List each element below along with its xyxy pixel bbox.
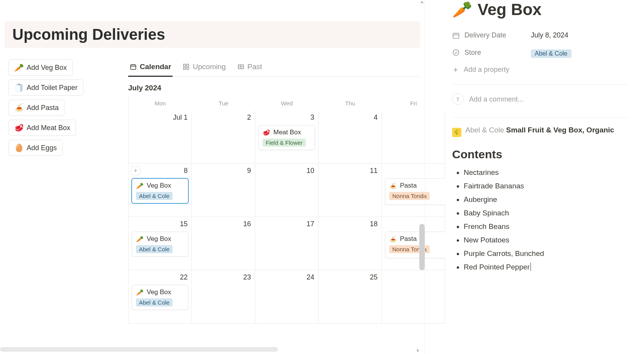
divider — [452, 117, 629, 118]
main-content: Upcoming Deliveries 🥕Add Veg Box🧻Add Toi… — [0, 0, 425, 354]
calendar-cell[interactable]: 15🥕Veg BoxAbel & Cole — [129, 217, 192, 270]
day-header: Tue — [192, 98, 255, 110]
board-icon — [183, 63, 190, 70]
event-title-row: 🥕Veg Box — [136, 182, 184, 190]
event-card[interactable]: 🥩Meat BoxField & Flower — [258, 125, 315, 150]
calendar-cell[interactable]: 17 — [255, 217, 319, 270]
quick-add-add-toilet-paper[interactable]: 🧻Add Toilet Paper — [8, 80, 83, 96]
month-label: July 2024 — [128, 84, 420, 92]
calendar-cell[interactable]: 8🥕Veg BoxAbel & Cole — [129, 164, 192, 217]
calendar-cell[interactable]: 11 — [319, 164, 382, 217]
-meat-box-icon: 🥩 — [14, 123, 23, 132]
calendar-cell[interactable]: 24 — [255, 270, 319, 324]
contents-item[interactable]: Purple Carrots, Bunched — [464, 247, 629, 260]
wheat-icon: 🌾 — [452, 128, 461, 137]
event-emoji-icon: 🥕 — [136, 182, 144, 190]
tab-past[interactable]: Past — [236, 59, 264, 77]
view-tabs: Calendar Upcoming Past — [128, 59, 420, 77]
calendar-cell[interactable]: 9 — [192, 164, 255, 217]
select-icon — [452, 49, 460, 56]
event-card[interactable]: 🥕Veg BoxAbel & Cole — [132, 178, 188, 203]
event-card[interactable]: 🥕Veg BoxAbel & Cole — [132, 232, 188, 257]
event-title: Veg Box — [147, 288, 171, 296]
contents-item[interactable]: Aubergine — [464, 193, 629, 206]
divider — [452, 85, 629, 85]
day-header: Mon — [129, 98, 192, 110]
svg-rect-4 — [184, 64, 186, 66]
calendar-grid: MonTueWedThuFriJul 123🥩Meat BoxField & F… — [128, 98, 420, 324]
day-number: 2 — [247, 113, 251, 122]
calendar-cell[interactable]: Jul 1 — [129, 110, 192, 164]
table-icon — [237, 63, 244, 70]
day-header: Thu — [319, 98, 382, 110]
contents-item[interactable]: Nectarines — [464, 166, 629, 179]
property-value[interactable]: Abel & Cole — [531, 47, 571, 58]
day-number: 3 — [310, 113, 314, 122]
horizontal-scrollbar[interactable] — [0, 347, 278, 352]
day-number: 9 — [247, 167, 251, 175]
add-event-button[interactable] — [131, 166, 140, 175]
product-link[interactable]: 🌾 Abel & Cole Small Fruit & Veg Box, Org… — [452, 125, 629, 137]
day-number: 15 — [180, 220, 188, 228]
event-title: Pasta — [400, 182, 417, 190]
day-number: 25 — [370, 273, 378, 281]
calendar-cell[interactable]: 16 — [192, 217, 255, 270]
tab-label: Calendar — [140, 63, 171, 71]
add-property-button[interactable]: Add a property — [452, 62, 629, 78]
calendar-cell[interactable]: 3🥩Meat BoxField & Flower — [255, 110, 319, 164]
event-tag: Abel & Cole — [136, 245, 173, 253]
quick-add-add-pasta[interactable]: 🍝Add Pasta — [8, 100, 64, 116]
event-title-row: 🥕Veg Box — [136, 288, 184, 296]
tab-upcoming[interactable]: Upcoming — [181, 59, 227, 77]
quick-add-label: Add Veg Box — [27, 64, 67, 72]
property-store[interactable]: Store Abel & Cole — [452, 43, 629, 62]
scroll-up-icon[interactable] — [420, 1, 424, 3]
product-name: Small Fruit & Veg Box, Organic — [506, 126, 614, 134]
vertical-scrollbar[interactable] — [419, 224, 425, 270]
calendar-week-row: 22🥕Veg BoxAbel & Cole232425 — [129, 270, 420, 324]
page-title-row: 🥕 Veg Box — [452, 0, 629, 19]
contents-item[interactable]: French Beans — [464, 220, 629, 233]
calendar-cell[interactable]: 10 — [255, 164, 319, 217]
plus-icon — [452, 66, 459, 73]
svg-point-15 — [453, 50, 459, 56]
add-property-label: Add a property — [464, 66, 509, 74]
property-delivery-date[interactable]: Delivery Date July 8, 2024 — [452, 27, 629, 43]
-veg-box-icon: 🥕 — [14, 63, 23, 72]
event-card[interactable]: 🥕Veg BoxAbel & Cole — [132, 285, 188, 310]
property-value[interactable]: July 8, 2024 — [531, 31, 568, 39]
event-emoji-icon: 🥕 — [136, 289, 144, 296]
event-tag: Abel & Cole — [136, 192, 173, 200]
tab-label: Past — [247, 63, 262, 71]
calendar-cell[interactable]: 2 — [192, 110, 255, 164]
scroll-right-icon[interactable] — [417, 349, 419, 352]
page-title-text[interactable]: Veg Box — [478, 0, 542, 19]
event-title-row: 🥕Veg Box — [136, 235, 184, 243]
event-tag: Field & Flower — [263, 139, 306, 147]
comment-input-row[interactable]: T Add a comment... — [452, 92, 629, 110]
calendar-header-row: MonTueWedThuFri — [129, 98, 420, 110]
day-number: 11 — [370, 167, 378, 175]
event-emoji-icon: 🍝 — [389, 182, 397, 190]
quick-add-add-veg-box[interactable]: 🥕Add Veg Box — [8, 59, 73, 76]
page-emoji[interactable]: 🥕 — [452, 0, 472, 19]
contents-item[interactable]: New Potatoes — [464, 233, 629, 247]
calendar-cell[interactable]: 23 — [192, 270, 255, 324]
calendar-cell[interactable]: 22🥕Veg BoxAbel & Cole — [129, 270, 192, 324]
quick-add-add-meat-box[interactable]: 🥩Add Meat Box — [8, 120, 76, 136]
contents-item[interactable]: Baby Spinach — [464, 206, 629, 220]
tab-label: Upcoming — [193, 63, 226, 71]
calendar-cell[interactable]: 18 — [319, 217, 382, 270]
calendar-cell[interactable]: 25 — [319, 270, 382, 324]
tab-calendar[interactable]: Calendar — [128, 59, 173, 77]
comment-placeholder: Add a comment... — [469, 95, 524, 103]
contents-item[interactable]: Red Pointed Pepper — [464, 260, 629, 274]
calendar-cell[interactable]: 4 — [319, 110, 382, 164]
property-label: Store — [464, 49, 526, 57]
quick-add-add-eggs[interactable]: 🥚Add Eggs — [8, 140, 63, 156]
event-emoji-icon: 🍝 — [389, 235, 397, 243]
text-cursor — [530, 263, 531, 271]
calendar-week-row: 8🥕Veg BoxAbel & Cole91011🍝PastaNonna Ton… — [129, 164, 420, 217]
contents-item[interactable]: Fairtrade Bananas — [464, 179, 629, 193]
quick-add-label: Add Pasta — [27, 104, 59, 112]
